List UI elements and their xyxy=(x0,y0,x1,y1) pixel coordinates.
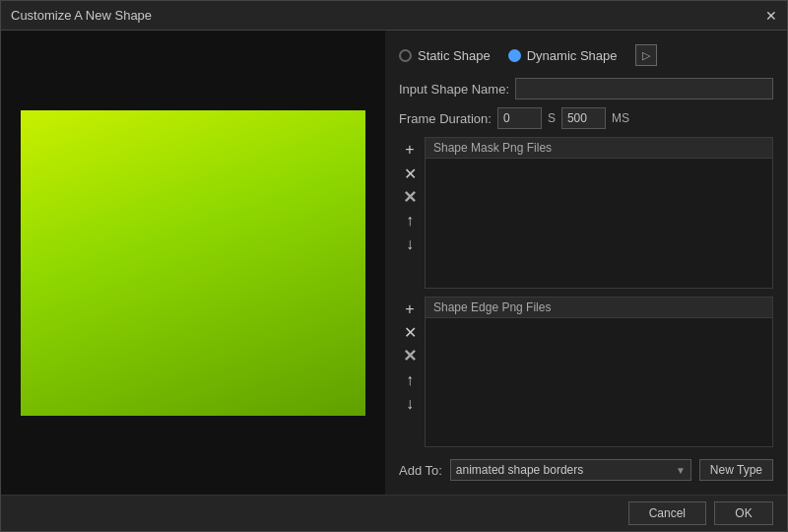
frame-duration-seconds-input[interactable] xyxy=(497,107,542,129)
close-button[interactable]: ✕ xyxy=(765,8,777,24)
mask-remove-button[interactable]: ✕ xyxy=(399,163,421,184)
shape-name-input[interactable] xyxy=(515,78,773,100)
edge-remove-button[interactable]: ✕ xyxy=(399,322,421,344)
shape-name-label: Input Shape Name: xyxy=(399,82,509,97)
mask-file-list-content xyxy=(426,159,772,288)
ms-unit-label: MS xyxy=(612,111,629,125)
static-radio[interactable] xyxy=(399,49,412,62)
play-icon: ▷ xyxy=(642,49,650,62)
mask-section: + ✕ ✕ ↑ ↓ Shape Mask Png Files xyxy=(399,137,773,289)
frame-duration-label: Frame Duration: xyxy=(399,111,492,126)
dialog: Customize A New Shape ✕ Static Shape Dyn… xyxy=(0,0,788,532)
titlebar: Customize A New Shape ✕ xyxy=(1,1,787,31)
cancel-button[interactable]: Cancel xyxy=(628,501,706,525)
edge-add-button[interactable]: + xyxy=(399,299,421,320)
dialog-footer: Cancel OK xyxy=(1,495,787,531)
edge-file-list-header: Shape Edge Png Files xyxy=(426,298,772,318)
ok-button[interactable]: OK xyxy=(714,501,773,525)
new-type-button[interactable]: New Type xyxy=(699,459,773,481)
add-to-label: Add To: xyxy=(399,463,442,478)
mask-remove-all-button[interactable]: ✕ xyxy=(399,186,421,208)
add-to-dropdown[interactable]: animated shape borders ▼ xyxy=(450,459,691,481)
dynamic-shape-label: Dynamic Shape xyxy=(527,48,618,63)
edge-file-list: Shape Edge Png Files xyxy=(425,297,773,448)
right-panel: Static Shape Dynamic Shape ▷ Input Shape… xyxy=(385,31,787,495)
static-shape-label: Static Shape xyxy=(418,48,491,63)
mask-file-list-header: Shape Mask Png Files xyxy=(426,138,772,159)
edge-file-list-content xyxy=(426,318,772,447)
edge-section: + ✕ ✕ ↑ ↓ Shape Edge Png Files xyxy=(399,297,773,448)
shape-name-row: Input Shape Name: xyxy=(399,78,773,100)
edge-remove-all-button[interactable]: ✕ xyxy=(399,346,421,367)
frame-duration-ms-input[interactable] xyxy=(561,107,606,129)
play-button[interactable]: ▷ xyxy=(635,44,657,66)
edge-buttons: + ✕ ✕ ↑ ↓ xyxy=(399,297,421,448)
add-to-value: animated shape borders xyxy=(456,463,583,477)
shape-type-row: Static Shape Dynamic Shape ▷ xyxy=(399,40,773,70)
edge-header-text: Shape Edge Png Files xyxy=(433,300,551,314)
edge-down-button[interactable]: ↓ xyxy=(399,393,421,415)
static-shape-option[interactable]: Static Shape xyxy=(399,48,491,63)
shape-preview xyxy=(21,110,365,416)
mask-header-text: Shape Mask Png Files xyxy=(433,141,552,155)
dialog-title: Customize A New Shape xyxy=(11,8,152,23)
dropdown-arrow-icon: ▼ xyxy=(676,465,686,476)
dynamic-shape-option[interactable]: Dynamic Shape xyxy=(508,48,618,63)
edge-up-button[interactable]: ↑ xyxy=(399,369,421,391)
frame-duration-row: Frame Duration: S MS xyxy=(399,107,773,129)
mask-buttons: + ✕ ✕ ↑ ↓ xyxy=(399,137,421,289)
dynamic-radio[interactable] xyxy=(508,49,521,62)
sections-wrapper: + ✕ ✕ ↑ ↓ Shape Mask Png Files xyxy=(399,137,773,447)
seconds-unit-label: S xyxy=(548,111,556,125)
main-content: Static Shape Dynamic Shape ▷ Input Shape… xyxy=(1,31,787,495)
left-panel xyxy=(1,31,385,495)
mask-add-button[interactable]: + xyxy=(399,139,421,161)
mask-down-button[interactable]: ↓ xyxy=(399,233,421,255)
mask-up-button[interactable]: ↑ xyxy=(399,210,421,232)
add-to-row: Add To: animated shape borders ▼ New Typ… xyxy=(399,455,773,485)
mask-file-list: Shape Mask Png Files xyxy=(425,137,773,289)
